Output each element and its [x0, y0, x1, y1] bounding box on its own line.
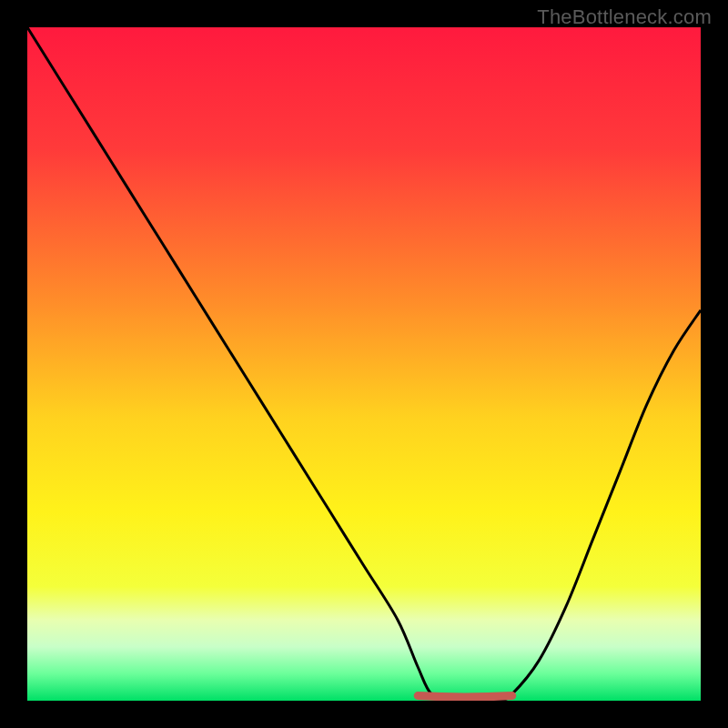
- chart-background: [27, 27, 701, 701]
- chart-svg: [27, 27, 701, 701]
- chart-outer-frame: TheBottleneck.com: [0, 0, 728, 728]
- chart-plot-area: [27, 27, 701, 701]
- watermark-text: TheBottleneck.com: [537, 5, 712, 29]
- optimal-flat-segment: [418, 696, 512, 698]
